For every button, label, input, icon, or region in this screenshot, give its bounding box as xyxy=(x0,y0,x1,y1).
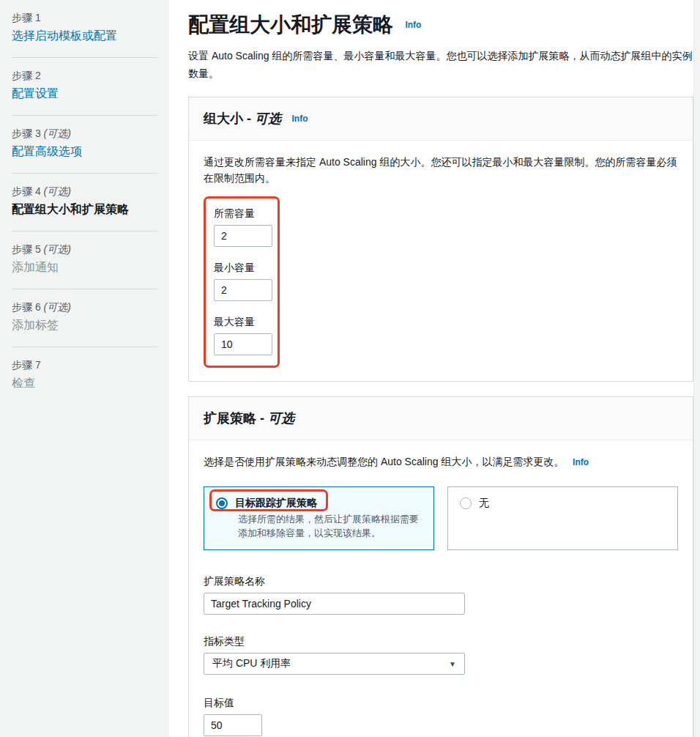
step-number-label: 步骤 6 (可选) xyxy=(12,300,157,314)
step-number-label: 步骤 7 xyxy=(12,358,157,372)
sidebar-step-2-link[interactable]: 配置设置 xyxy=(12,86,157,102)
step-number-label: 步骤 4 (可选) xyxy=(12,184,157,199)
min-capacity-input[interactable] xyxy=(214,279,272,301)
sidebar-step-6: 步骤 6 (可选) 添加标签 xyxy=(12,289,157,347)
scaling-policy-card-title: 扩展策略 - 可选 xyxy=(204,411,294,426)
no-policy-label: 无 xyxy=(479,497,489,510)
metric-type-label: 指标类型 xyxy=(204,635,245,647)
group-size-card: 组大小 - 可选 Info 通过更改所需容量来指定 Auto Scaling 组… xyxy=(188,97,693,382)
wizard-content: 配置组大小和扩展策略 Info 设置 Auto Scaling 组的所需容量、最… xyxy=(188,0,693,737)
policy-name-label: 扩展策略名称 xyxy=(204,575,265,587)
sidebar-step-2: 步骤 2 配置设置 xyxy=(12,58,157,116)
metric-type-field-group: 指标类型 平均 CPU 利用率 ▼ xyxy=(204,634,678,675)
target-value-field-group: 目标值 xyxy=(204,695,678,736)
target-tracking-description: 选择所需的结果，然后让扩展策略根据需要添加和移除容量，以实现该结果。 xyxy=(238,512,422,540)
scaling-policy-options: 目标跟踪扩展策略 选择所需的结果，然后让扩展策略根据需要添加和移除容量，以实现该… xyxy=(204,486,678,550)
group-size-info-link[interactable]: Info xyxy=(291,114,308,124)
desired-capacity-input[interactable] xyxy=(214,225,272,247)
min-capacity-label: 最小容量 xyxy=(214,262,255,273)
metric-type-select[interactable]: 平均 CPU 利用率 ▼ xyxy=(204,653,465,675)
page-description: 设置 Auto Scaling 组的所需容量、最小容量和最大容量。您也可以选择添… xyxy=(188,47,693,82)
step-number-label: 步骤 3 (可选) xyxy=(12,126,157,141)
target-tracking-policy-tile[interactable]: 目标跟踪扩展策略 选择所需的结果，然后让扩展策略根据需要添加和移除容量，以实现该… xyxy=(204,486,434,550)
sidebar-step-5-title: 添加通知 xyxy=(12,259,157,275)
scaling-policy-description: 选择是否使用扩展策略来动态调整您的 Auto Scaling 组大小，以满足需求… xyxy=(204,453,678,470)
group-size-card-header: 组大小 - 可选 Info xyxy=(189,97,693,141)
target-value-input[interactable] xyxy=(204,714,262,736)
sidebar-step-1-link[interactable]: 选择启动模板或配置 xyxy=(12,28,157,44)
desired-capacity-field-group: 所需容量 xyxy=(214,206,278,247)
step-number-label: 步骤 2 xyxy=(12,68,157,83)
scaling-policy-card: 扩展策略 - 可选 选择是否使用扩展策略来动态调整您的 Auto Scaling… xyxy=(188,396,693,737)
policy-name-field-group: 扩展策略名称 xyxy=(204,574,678,615)
wizard-steps-sidebar: 步骤 1 选择启动模板或配置 步骤 2 配置设置 步骤 3 (可选) 配置高级选… xyxy=(0,0,169,737)
sidebar-step-7: 步骤 7 检查 xyxy=(12,347,157,404)
min-capacity-field-group: 最小容量 xyxy=(214,260,278,301)
page-title-info-link[interactable]: Info xyxy=(405,20,421,30)
step-number-label: 步骤 1 xyxy=(12,10,157,25)
group-size-card-title: 组大小 - 可选 xyxy=(204,111,281,126)
sidebar-step-7-title: 检查 xyxy=(12,375,157,391)
sidebar-step-3-link[interactable]: 配置高级选项 xyxy=(12,144,157,160)
sidebar-step-3: 步骤 3 (可选) 配置高级选项 xyxy=(12,116,157,174)
no-policy-radio[interactable] xyxy=(460,497,472,509)
max-capacity-label: 最大容量 xyxy=(214,316,255,327)
max-capacity-input[interactable] xyxy=(214,333,272,355)
policy-name-input[interactable] xyxy=(204,593,465,615)
chevron-down-icon: ▼ xyxy=(449,660,456,668)
sidebar-step-4-current: 步骤 4 (可选) 配置组大小和扩展策略 xyxy=(12,174,157,232)
sidebar-step-5: 步骤 5 (可选) 添加通知 xyxy=(12,232,157,289)
page-title: 配置组大小和扩展策略 xyxy=(188,13,393,36)
target-value-label: 目标值 xyxy=(204,697,234,708)
step-number-label: 步骤 5 (可选) xyxy=(12,242,157,256)
max-capacity-field-group: 最大容量 xyxy=(214,314,278,355)
annotation-box-target-tracking xyxy=(209,489,328,511)
annotation-box-capacity-fields: 所需容量 最小容量 最大容量 xyxy=(204,196,280,368)
scaling-policy-info-link[interactable]: Info xyxy=(573,457,589,467)
desired-capacity-label: 所需容量 xyxy=(214,207,255,219)
group-size-description: 通过更改所需容量来指定 Auto Scaling 组的大小。您还可以指定最小和最… xyxy=(204,154,678,186)
metric-type-selected-value: 平均 CPU 利用率 xyxy=(212,657,291,670)
no-policy-tile[interactable]: 无 xyxy=(447,486,678,550)
sidebar-step-6-title: 添加标签 xyxy=(12,317,157,333)
page-right-gutter xyxy=(693,0,700,737)
sidebar-step-1: 步骤 1 选择启动模板或配置 xyxy=(12,0,157,58)
scaling-policy-card-header: 扩展策略 - 可选 xyxy=(189,397,693,440)
sidebar-step-4-title: 配置组大小和扩展策略 xyxy=(12,201,157,218)
